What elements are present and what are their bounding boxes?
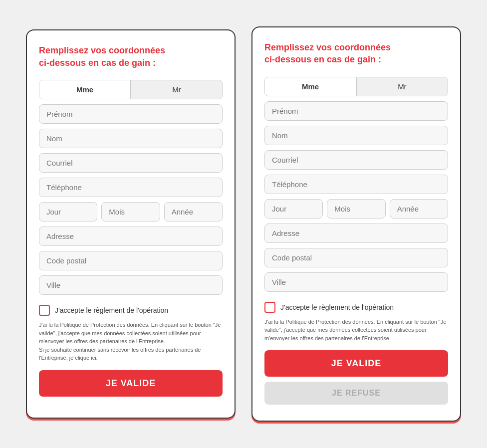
ville-input-1[interactable]	[39, 275, 223, 295]
date-row-1	[39, 202, 223, 222]
code-postal-input-1[interactable]	[39, 251, 223, 270]
gender-selector-2: Mme Mr	[264, 77, 448, 96]
privacy-text-2: J'ai lu la Politique de Protection des d…	[264, 318, 448, 343]
prenom-input-2[interactable]	[264, 101, 448, 121]
date-row-2	[264, 199, 448, 219]
adresse-input-2[interactable]	[264, 224, 448, 243]
nom-input-2[interactable]	[264, 126, 448, 145]
valide-btn-1[interactable]: JE VALIDE	[39, 370, 223, 397]
checkbox-2[interactable]	[264, 302, 275, 313]
adresse-input-1[interactable]	[39, 226, 223, 246]
gender-selector-1: Mme Mr	[39, 80, 223, 99]
prenom-input-1[interactable]	[39, 104, 223, 124]
mois-input-1[interactable]	[101, 202, 160, 222]
gender-mme-btn-1[interactable]: Mme	[39, 80, 130, 99]
checkbox-row-2: J'accepte le règlement de l'opération	[264, 302, 448, 313]
refuse-btn-2[interactable]: JE REFUSE	[264, 382, 448, 405]
mois-input-2[interactable]	[327, 199, 385, 219]
jour-input-1[interactable]	[39, 202, 97, 222]
valide-btn-2[interactable]: JE VALIDE	[264, 350, 448, 377]
card1-title: Remplissez vos coordonnées ci-dessous en…	[39, 44, 223, 69]
jour-input-2[interactable]	[264, 199, 323, 219]
checkbox-1[interactable]	[39, 305, 50, 316]
courriel-input-1[interactable]	[39, 153, 223, 173]
checkbox-row-1: J'accepte le règlement de l'opération	[39, 305, 223, 316]
checkbox-label-1: J'accepte le règlement de l'opération	[55, 306, 168, 314]
checkbox-label-2: J'accepte le règlement de l'opération	[280, 303, 394, 311]
gender-mr-btn-2[interactable]: Mr	[357, 77, 448, 96]
courriel-input-2[interactable]	[264, 150, 448, 170]
gender-mr-btn-1[interactable]: Mr	[131, 80, 222, 99]
gender-mme-btn-2[interactable]: Mme	[265, 77, 356, 96]
ville-input-2[interactable]	[264, 272, 448, 292]
form-card-1: Remplissez vos coordonnées ci-dessous en…	[26, 29, 236, 418]
form-card-2: Remplissez vos coordonnées ci-dessous en…	[251, 26, 461, 422]
annee-input-2[interactable]	[390, 199, 448, 219]
telephone-input-2[interactable]	[264, 175, 448, 194]
privacy-text-1: J'ai lu la Politique de Protection des d…	[39, 321, 223, 362]
nom-input-1[interactable]	[39, 129, 223, 148]
code-postal-input-2[interactable]	[264, 248, 448, 267]
telephone-input-1[interactable]	[39, 178, 223, 197]
annee-input-1[interactable]	[164, 202, 223, 222]
card2-title: Remplissez vos coordonnées ci-dessous en…	[264, 41, 448, 66]
